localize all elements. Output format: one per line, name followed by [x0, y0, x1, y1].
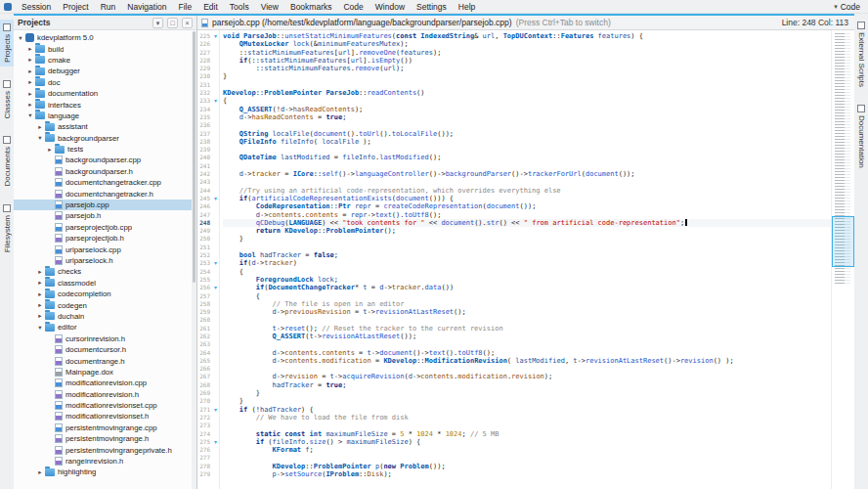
code-line[interactable] — [223, 121, 831, 129]
code-line[interactable]: void ParseJob::unsetStaticMinimumFeature… — [223, 32, 831, 40]
code-line[interactable]: d->hasReadContents = true; — [223, 113, 831, 121]
expand-icon[interactable]: ▸ — [36, 468, 44, 476]
code-line[interactable]: if(::staticMinimumFeatures[url].isEmpty(… — [223, 57, 831, 65]
document-tab-title[interactable]: parsejob.cpp (/home/test/kdevplatform/la… — [212, 18, 512, 27]
tree-item-parsejob.h[interactable]: parsejob.h — [14, 210, 196, 221]
code-line[interactable]: if(artificialCodeRepresentationExists(do… — [223, 195, 831, 202]
code-line[interactable] — [223, 365, 831, 373]
expand-icon[interactable]: ▸ — [26, 45, 34, 53]
dock-tab-documents[interactable]: Documents — [0, 132, 14, 190]
code-line[interactable]: bool hadTracker = false; — [223, 251, 831, 259]
dock-tab-external-scripts[interactable]: External Scripts — [854, 18, 868, 91]
code-line[interactable]: } — [223, 235, 831, 243]
code-line[interactable]: Q_ASSERT(t->revisionAtLastReset()); — [223, 333, 831, 340]
menu-item-project[interactable]: Project — [57, 2, 94, 12]
tree-item-modificationrevision.h[interactable]: modificationrevision.h — [14, 389, 196, 400]
tree-item-persistentmovingrange.cpp[interactable]: persistentmovingrange.cpp — [14, 422, 196, 433]
expand-icon[interactable]: ▸ — [36, 301, 44, 309]
code-line[interactable]: t->reset(); // Reset the tracker to the … — [223, 325, 831, 333]
tree-item-persistentmovingrangeprivate.h[interactable]: persistentmovingrangeprivate.h — [14, 444, 196, 455]
expand-icon[interactable]: ▸ — [36, 312, 44, 320]
fold-marker-icon[interactable]: ▾ — [212, 259, 219, 267]
fold-marker-icon[interactable]: ▾ — [212, 97, 219, 105]
code-line[interactable]: d->revision = t->acquireRevision(d->cont… — [223, 373, 831, 380]
tree-item-codecompletion[interactable]: ▸codecompletion — [14, 289, 196, 299]
tree-item-documentchangetracker.cpp[interactable]: documentchangetracker.cpp — [14, 177, 196, 188]
expand-icon[interactable]: ▸ — [26, 56, 34, 64]
menu-item-view[interactable]: View — [255, 2, 284, 12]
code-line[interactable]: { — [223, 268, 831, 276]
code-line[interactable] — [223, 422, 831, 429]
dock-tab-projects[interactable]: Projects — [0, 20, 14, 67]
code-line[interactable] — [223, 81, 831, 89]
expand-icon[interactable]: ▸ — [36, 123, 44, 131]
expand-icon[interactable]: ▸ — [36, 268, 44, 276]
code-line[interactable]: if (!hadTracker) { — [223, 406, 831, 414]
tree-item-kdevplatform-5.0[interactable]: ▾kdevplatform 5.0 — [14, 32, 196, 43]
fold-marker-icon[interactable]: ▾ — [212, 32, 219, 40]
code-line[interactable]: ::staticMinimumFeatures.remove(url); — [223, 65, 831, 72]
dock-tab-classes[interactable]: Classes — [0, 76, 14, 122]
expand-icon[interactable]: ▸ — [26, 101, 34, 109]
code-editor[interactable]: 2252262272282292302312322332342352362372… — [197, 30, 854, 489]
code-line[interactable]: hadTracker = true; — [223, 381, 831, 389]
code-line[interactable]: KFormat f; — [223, 446, 831, 454]
code-line[interactable]: if (fileInfo.size() > maximumFileSize) { — [223, 438, 831, 446]
expand-icon[interactable]: ▸ — [26, 90, 34, 98]
expand-icon[interactable]: ▸ — [26, 67, 34, 75]
menu-item-tools[interactable]: Tools — [224, 2, 255, 12]
tree-item-urlparselock.h[interactable]: urlparselock.h — [14, 255, 196, 266]
code-line[interactable]: d->contents.modification = KDevelop::Mod… — [223, 357, 831, 365]
code-line[interactable]: ForegroundLock lock; — [223, 276, 831, 284]
tree-item-persistentmovingrange.h[interactable]: persistentmovingrange.h — [14, 433, 196, 444]
code-line[interactable]: QString localFile(document().toUrl().toL… — [223, 130, 831, 138]
tree-item-parseprojectjob.h[interactable]: parseprojectjob.h — [14, 233, 196, 244]
projects-scrollbar-thumb[interactable] — [193, 31, 195, 283]
code-line[interactable] — [223, 162, 831, 170]
minimap-viewport[interactable] — [832, 216, 854, 267]
code-line[interactable]: KDevelop::ProblemPointer p(new Problem()… — [223, 463, 831, 470]
tree-item-doc[interactable]: ▸doc — [14, 77, 196, 88]
fold-marker-icon[interactable]: ▾ — [212, 406, 219, 414]
menu-item-edit[interactable]: Edit — [197, 2, 224, 12]
tree-item-build[interactable]: ▸build — [14, 43, 196, 54]
tree-item-backgroundparser.cpp[interactable]: backgroundparser.cpp — [14, 155, 196, 165]
tree-item-codegen[interactable]: ▸codegen — [14, 299, 196, 310]
float-icon[interactable]: □ — [167, 18, 178, 28]
expand-icon[interactable]: ▸ — [36, 279, 44, 287]
menu-item-navigation[interactable]: Navigation — [121, 2, 172, 12]
expand-icon[interactable]: ▸ — [46, 146, 54, 154]
code-line[interactable] — [223, 146, 831, 154]
fold-marker-icon[interactable]: ▾ — [212, 284, 219, 291]
code-line[interactable]: return KDevelop::ProblemPointer(); — [223, 227, 831, 235]
tree-item-cursorinrevision.h[interactable]: cursorinrevision.h — [14, 333, 196, 344]
code-line[interactable]: } — [223, 72, 831, 80]
collapse-icon[interactable]: ▾ — [17, 34, 24, 42]
tree-item-classmodel[interactable]: ▸classmodel — [14, 278, 196, 289]
code-line[interactable]: // The file is open in an editor — [223, 300, 831, 308]
code-line[interactable]: if(DocumentChangeTracker* t = d->tracker… — [223, 284, 831, 291]
filter-icon[interactable]: ▾ — [152, 18, 163, 28]
tree-item-assistant[interactable]: ▸assistant — [14, 121, 196, 132]
code-line[interactable]: { — [223, 97, 831, 105]
tree-item-interfaces[interactable]: ▸interfaces — [14, 99, 196, 110]
tree-item-mainpage.dox[interactable]: Mainpage.dox — [14, 367, 196, 378]
tree-item-backgroundparser.h[interactable]: backgroundparser.h — [14, 166, 196, 177]
code-line[interactable]: d->contents.contents = t->document()->te… — [223, 349, 831, 357]
code-line[interactable]: static const int maximumFileSize = 5 * 1… — [223, 430, 831, 438]
menu-item-run[interactable]: Run — [95, 2, 122, 12]
code-line[interactable]: d->previousRevision = t->revisionAtLastR… — [223, 308, 831, 316]
menu-item-session[interactable]: Session — [16, 2, 57, 12]
tree-item-documentrange.h[interactable]: documentrange.h — [14, 355, 196, 366]
menu-item-settings[interactable]: Settings — [411, 2, 453, 12]
fold-marker-icon[interactable]: ▾ — [212, 195, 219, 202]
code-line[interactable]: Q_ASSERT(!d->hasReadContents); — [223, 106, 831, 113]
code-line[interactable]: { — [223, 292, 831, 300]
tree-item-editor[interactable]: ▾editor — [14, 322, 196, 333]
tree-item-highlighting[interactable]: ▸highlighting — [14, 467, 196, 477]
projects-scrollbar[interactable] — [192, 31, 196, 489]
tree-item-parseprojectjob.cpp[interactable]: parseprojectjob.cpp — [14, 222, 196, 233]
code-line[interactable]: QFileInfo fileInfo( localFile ); — [223, 138, 831, 146]
tree-item-modificationrevisionset.h[interactable]: modificationrevisionset.h — [14, 411, 196, 422]
code-line[interactable]: } — [223, 397, 831, 405]
